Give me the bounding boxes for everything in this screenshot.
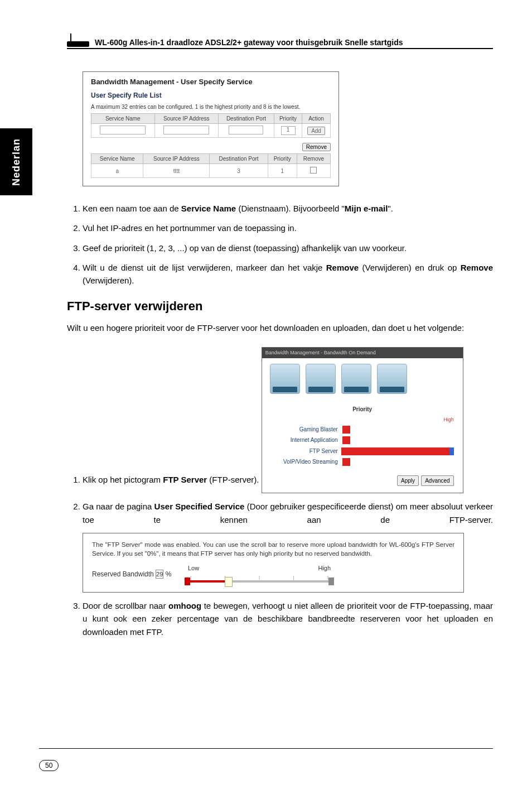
priority-bar[interactable] <box>342 436 350 444</box>
list-item: Vul het IP-adres en het portnummer van d… <box>83 222 493 234</box>
priority-high-label: High <box>271 416 454 424</box>
header-title: WL-600g Alles-in-1 draadloze ADSL2/2+ ga… <box>95 38 403 47</box>
table-row: 1 Add <box>91 124 331 138</box>
cell-priority: 1 <box>268 164 297 178</box>
priority-bar[interactable] <box>342 458 350 466</box>
remove-checkbox[interactable] <box>310 167 317 174</box>
reserved-bw-value[interactable]: 29 <box>156 570 163 579</box>
internet-app-icon[interactable] <box>306 364 336 394</box>
instruction-list-1: Ken een naam toe aan de Service Name (Di… <box>67 202 493 287</box>
col2-dest-port: Destination Port <box>210 154 268 164</box>
rule-input-table: Service Name Source IP Address Destinati… <box>91 113 331 138</box>
dialog-desc: A maximum 32 entries can be configured. … <box>91 104 331 110</box>
dialog-title: Bandwidth Management - User Specify Serv… <box>91 78 331 86</box>
service-name-input[interactable] <box>100 126 146 134</box>
cell-ip: tttt <box>143 164 210 178</box>
dialog-subtitle: User Specify Rule List <box>91 92 331 99</box>
priority-bar[interactable] <box>341 447 454 455</box>
ftp-server-icon[interactable] <box>341 364 371 394</box>
page-header: WL-600g Alles-in-1 draadloze ADSL2/2+ ga… <box>67 35 493 49</box>
source-ip-input[interactable] <box>163 126 209 134</box>
section-intro: Wilt u een hogere prioriteit voor de FTP… <box>67 321 493 334</box>
col-dest-port: Destination Port <box>218 114 274 124</box>
priority-select[interactable]: 1 <box>281 126 296 135</box>
col-service-name: Service Name <box>91 114 155 124</box>
dest-port-input[interactable] <box>229 126 263 134</box>
instruction-list-2: Klik op het pictogram FTP Server (FTP-se… <box>67 340 493 638</box>
col2-priority: Priority <box>268 154 297 164</box>
priority-bar[interactable] <box>342 426 350 434</box>
reserved-bw-label: Reserved Bandwidth <box>92 570 154 578</box>
gaming-blaster-icon[interactable] <box>270 364 300 394</box>
slider-low-label: Low <box>188 564 199 573</box>
advanced-button[interactable]: Advanced <box>421 475 453 487</box>
table-row: a tttt 3 1 <box>91 164 331 178</box>
priority-row-internet: Internet Application <box>271 436 454 445</box>
cell-port: 3 <box>210 164 268 178</box>
priority-row-voip: VoIP/Video Streaming <box>271 458 454 466</box>
list-item: Wilt u de dienst uit de lijst verwijdere… <box>83 261 493 287</box>
reserved-bw-suffix: % <box>166 570 172 578</box>
add-button[interactable]: Add <box>307 127 325 135</box>
page-number: 50 <box>39 760 59 771</box>
dialog-topbar: Bandwidth Management - Bandwidth On Dema… <box>262 348 463 359</box>
list-item: Ken een naam toe aan de Service Name (Di… <box>83 202 493 215</box>
note-text: The "FTP Server" mode was enabled. You c… <box>92 540 454 558</box>
screenshot-user-specify-service: Bandwidth Management - User Specify Serv… <box>83 71 339 186</box>
slider-high-label: High <box>318 564 331 573</box>
voip-video-icon[interactable] <box>377 364 407 394</box>
list-item: Ga naar de pagina User Specified Service… <box>83 500 493 593</box>
language-side-tab: Nederlan <box>0 128 32 195</box>
rule-list-table: Service Name Source IP Address Destinati… <box>91 153 331 178</box>
list-item: Geef de prioriteit (1, 2, 3, ...) op van… <box>83 242 493 254</box>
col-action: Action <box>302 114 331 124</box>
section-heading: FTP-server verwijderen <box>67 299 493 314</box>
list-item: Klik op het pictogram FTP Server (FTP-se… <box>83 340 493 494</box>
list-item: Door de scrollbar naar omhoog te bewegen… <box>83 599 493 638</box>
col-source-ip: Source IP Address <box>154 114 218 124</box>
priority-header: Priority <box>271 405 454 414</box>
cell-service: a <box>91 164 143 178</box>
col-priority: Priority <box>274 114 302 124</box>
col2-service-name: Service Name <box>91 154 143 164</box>
priority-row-ftp: FTP Server <box>271 447 454 456</box>
screenshot-reserved-bandwidth: The "FTP Server" mode was enabled. You c… <box>83 533 464 593</box>
col2-source-ip: Source IP Address <box>143 154 210 164</box>
bandwidth-slider[interactable] <box>187 577 332 585</box>
screenshot-bandwidth-on-demand: Bandwidth Management - Bandwidth On Dema… <box>262 347 463 494</box>
router-icon <box>67 35 89 47</box>
col2-remove: Remove <box>297 154 330 164</box>
remove-button[interactable]: Remove <box>302 143 331 151</box>
priority-row-gaming: Gaming Blaster <box>271 425 454 434</box>
footer-rule <box>39 748 493 749</box>
apply-button[interactable]: Apply <box>397 475 419 487</box>
